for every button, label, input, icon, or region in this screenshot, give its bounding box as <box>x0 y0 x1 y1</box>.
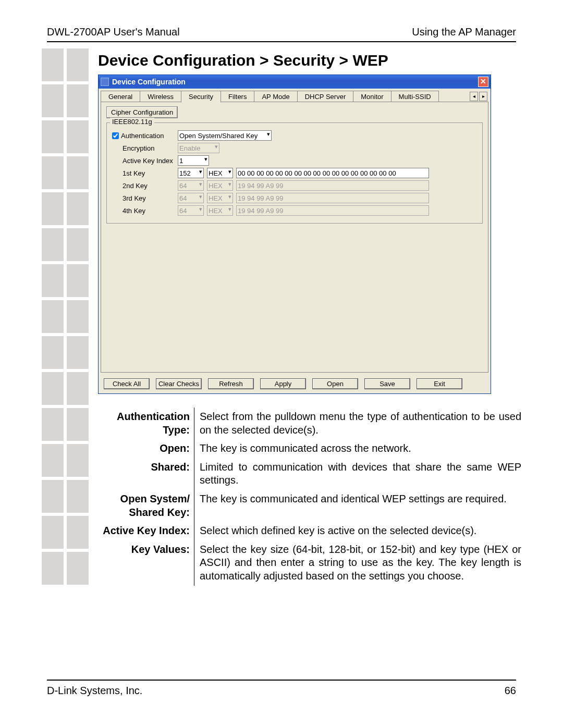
key4-value-input <box>236 205 429 216</box>
tab-scroll-left[interactable]: ◂ <box>470 92 478 101</box>
clear-checks-button[interactable]: Clear Checks <box>156 378 202 389</box>
header-left: DWL-2700AP User's Manual <box>47 26 180 38</box>
desc-def-key-values: Select the key size (64-bit, 128-bit, or… <box>194 540 521 586</box>
desc-def-shared: Limited to communication with devices th… <box>194 458 521 490</box>
key2-label: 2nd Key <box>112 182 175 190</box>
authentication-checkbox[interactable] <box>112 132 119 139</box>
key3-value-input <box>236 193 429 203</box>
close-button[interactable]: ✕ <box>478 77 488 87</box>
key3-label: 3rd Key <box>112 194 175 202</box>
save-button[interactable]: Save <box>364 378 410 389</box>
key1-value-input[interactable] <box>236 168 429 178</box>
authentication-select[interactable] <box>178 130 272 141</box>
key2-size-select <box>178 180 204 191</box>
tab-monitor[interactable]: Monitor <box>353 91 391 102</box>
desc-term-shared: Shared: <box>98 458 194 490</box>
tab-multi-ssid[interactable]: Multi-SSID <box>391 91 439 102</box>
window-title: Device Configuration <box>112 78 478 86</box>
footer-left: D-Link Systems, Inc. <box>47 685 142 697</box>
active-key-index-label: Active Key Index <box>112 157 175 165</box>
key3-type-select <box>207 193 233 203</box>
key2-type-select <box>207 180 233 191</box>
key4-type-select <box>207 205 233 216</box>
check-all-button[interactable]: Check All <box>104 378 150 389</box>
refresh-button[interactable]: Refresh <box>208 378 254 389</box>
desc-term-open: Open: <box>98 439 194 458</box>
key4-label: 4th Key <box>112 207 175 215</box>
decorative-blocks <box>42 48 94 588</box>
fieldset-legend: IEEE802.11g <box>110 118 154 126</box>
desc-term-active-key-index: Active Key Index: <box>98 522 194 540</box>
security-panel: Cipher Configuration IEEE802.11g Authent… <box>101 102 488 373</box>
tab-wireless[interactable]: Wireless <box>140 91 181 102</box>
encryption-label: Encryption <box>112 144 175 152</box>
tab-security[interactable]: Security <box>181 91 221 103</box>
authentication-label: Authentication <box>121 132 164 140</box>
device-configuration-window: Device Configuration ✕ General Wireless … <box>98 75 491 394</box>
key2-value-input <box>236 180 429 191</box>
desc-def-active-key-index: Select which defined key is active on th… <box>194 522 521 540</box>
key3-size-select <box>178 193 204 203</box>
footer-right: 66 <box>505 685 516 697</box>
tab-bar: General Wireless Security Filters AP Mod… <box>99 89 491 102</box>
open-button[interactable]: Open <box>312 378 358 389</box>
key1-type-select[interactable] <box>207 168 233 178</box>
key4-size-select <box>178 205 204 216</box>
exit-button[interactable]: Exit <box>417 378 462 389</box>
desc-def-open: The key is communicated across the netwo… <box>194 439 521 458</box>
encryption-select <box>178 143 219 153</box>
desc-def-open-shared: The key is communicated and identical WE… <box>194 490 521 522</box>
page-footer: D-Link Systems, Inc. 66 <box>47 680 516 697</box>
tab-filters[interactable]: Filters <box>221 91 254 102</box>
desc-term-open-shared: Open System/ Shared Key: <box>98 490 194 522</box>
active-key-index-select[interactable] <box>178 155 209 166</box>
tab-ap-mode[interactable]: AP Mode <box>254 91 297 102</box>
key1-label: 1st Key <box>112 169 175 177</box>
page-title: Device Configuration > Security > WEP <box>98 52 521 69</box>
cipher-configuration-button[interactable]: Cipher Configuration <box>106 106 178 118</box>
tab-general[interactable]: General <box>101 91 140 102</box>
window-titlebar: Device Configuration ✕ <box>99 75 491 89</box>
desc-term-key-values: Key Values: <box>98 540 194 586</box>
dialog-button-row: Check All Clear Checks Refresh Apply Ope… <box>99 375 491 393</box>
tab-dhcp-server[interactable]: DHCP Server <box>297 91 354 102</box>
page-header: DWL-2700AP User's Manual Using the AP Ma… <box>47 26 516 42</box>
desc-term-auth-type: Authentication Type: <box>98 408 194 439</box>
key1-size-select[interactable] <box>178 168 204 178</box>
desc-def-auth-type: Select from the pulldown menu the type o… <box>194 408 521 439</box>
description-table: Authentication Type: Select from the pul… <box>98 408 521 586</box>
window-icon <box>101 78 109 86</box>
tab-scroll-right[interactable]: ▸ <box>479 92 487 101</box>
ieee80211g-fieldset: IEEE802.11g Authentication Encrypti <box>106 122 483 224</box>
apply-button[interactable]: Apply <box>260 378 306 389</box>
header-right: Using the AP Manager <box>412 26 516 38</box>
